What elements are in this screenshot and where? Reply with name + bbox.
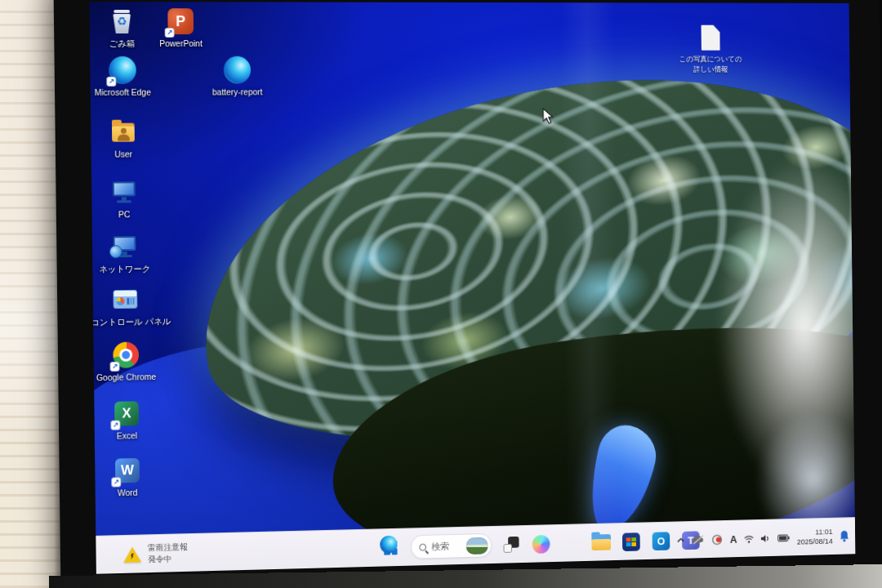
- outlook-button[interactable]: O: [650, 529, 672, 552]
- shortcut-arrow-icon: ↗: [106, 77, 116, 87]
- word-icon: W ↗: [113, 456, 142, 486]
- pc-monitor-icon: [109, 177, 139, 207]
- globe-icon: [109, 245, 122, 258]
- excel-icon: X ↗: [112, 399, 141, 429]
- shortcut-arrow-icon: ↗: [110, 362, 120, 372]
- photo-of-laptop-screen: ♻ ごみ箱 ↗ Microsoft Edge User: [0, 0, 882, 588]
- ime-indicator[interactable]: A: [730, 533, 737, 546]
- bing-daily-image: [466, 537, 488, 554]
- windows-desktop: ♻ ごみ箱 ↗ Microsoft Edge User: [89, 2, 855, 574]
- tray-date: 2025/08/14: [797, 537, 833, 547]
- desktop-icon-label: PC: [90, 209, 159, 220]
- user-folder-icon: [109, 118, 138, 147]
- taskbar-center-group: 検索: [380, 528, 702, 559]
- shortcut-arrow-icon: ↗: [111, 477, 121, 487]
- search-box[interactable]: 検索: [410, 533, 492, 559]
- desktop-icon-label: ネットワーク: [90, 264, 159, 275]
- edge-logo: [224, 56, 252, 84]
- search-icon: [419, 543, 426, 550]
- task-view-button[interactable]: [500, 533, 522, 556]
- desktop-icon-battery-report[interactable]: battery-report: [203, 56, 272, 97]
- desktop-icon-user-folder[interactable]: User: [89, 118, 158, 160]
- spotlight-label-line2: 詳しい情報: [662, 65, 760, 75]
- desktop-icon-label: PowerPoint: [146, 38, 216, 49]
- spotlight-label-line1: この写真についての: [661, 54, 760, 65]
- desktop-icon-google-chrome[interactable]: ↗ Google Chrome: [91, 340, 161, 383]
- desktop-icon-powerpoint[interactable]: P ↗ PowerPoint: [146, 7, 216, 48]
- taskbar-weather-widget[interactable]: 雷雨注意報 発令中: [117, 534, 194, 573]
- pie-chart-shape: [116, 297, 124, 305]
- outlook-icon: O: [653, 532, 670, 550]
- spotlight-page-icon: [701, 25, 720, 51]
- recycle-bin-icon: ♻: [107, 7, 136, 36]
- warning-triangle-icon: [123, 546, 141, 562]
- tray-overflow-chevron[interactable]: [677, 537, 685, 544]
- task-view-icon: [503, 537, 519, 553]
- onedrive-icon[interactable]: [692, 535, 705, 545]
- microsoft-store-icon: [622, 532, 640, 551]
- monitor-shape: [113, 181, 136, 196]
- copilot-icon: [532, 534, 550, 553]
- file-explorer-icon: [591, 534, 611, 550]
- recording-status-icon[interactable]: [711, 533, 723, 546]
- weather-alert-line1: 雷雨注意報: [148, 541, 188, 554]
- mouse-cursor: [542, 108, 555, 128]
- desktop-icon-word[interactable]: W ↗ Word: [92, 455, 163, 498]
- network-icon: [110, 232, 140, 261]
- shortcut-arrow-icon: ↗: [110, 421, 120, 430]
- desktop-icon-microsoft-edge[interactable]: ↗ Microsoft Edge: [89, 56, 157, 98]
- shortcut-arrow-icon: ↗: [165, 28, 175, 38]
- background-wall-blinds: [0, 0, 62, 588]
- control-panel-icon: [110, 285, 140, 314]
- copilot-button[interactable]: [530, 532, 552, 555]
- person-icon-body: [118, 135, 130, 141]
- recycle-bin-lid: [114, 10, 130, 13]
- edge-taskbar-button[interactable]: [560, 532, 582, 555]
- desktop-icon-label: Word: [93, 487, 163, 498]
- desktop-icon-label: Excel: [92, 430, 162, 442]
- desktop-icon-pc[interactable]: PC: [89, 177, 158, 220]
- desktop-icon-label: battery-report: [203, 87, 272, 97]
- desktop-icon-control-panel[interactable]: コントロール パネル: [91, 284, 161, 327]
- recycle-symbol: ♻: [107, 15, 136, 28]
- monitor-base: [117, 200, 131, 203]
- desktop-icon-label: User: [89, 149, 158, 159]
- edge-icon: [223, 56, 252, 85]
- microsoft-store-button[interactable]: [621, 530, 643, 553]
- chrome-center-dot: [122, 351, 130, 359]
- person-icon: [121, 128, 127, 134]
- powerpoint-icon: P ↗: [166, 7, 195, 36]
- volume-icon[interactable]: [761, 533, 771, 542]
- desktop-icon-label: Google Chrome: [91, 372, 161, 383]
- spotlight-info-widget[interactable]: この写真についての 詳しい情報: [661, 25, 760, 75]
- weather-alert-line2: 発令中: [148, 553, 188, 565]
- system-tray: A: [676, 518, 849, 559]
- file-explorer-button[interactable]: [590, 531, 612, 554]
- search-placeholder: 検索: [431, 540, 461, 553]
- chrome-icon: ↗: [111, 340, 140, 369]
- wifi-icon[interactable]: [744, 534, 755, 543]
- notification-bell-icon[interactable]: [840, 530, 849, 543]
- clock[interactable]: 11:01 2025/08/14: [797, 527, 833, 547]
- desktop-icon-excel[interactable]: X ↗ Excel: [91, 399, 162, 442]
- desktop-icon-label: Microsoft Edge: [89, 87, 157, 98]
- bars-shape: [127, 298, 134, 305]
- edge-icon: ↗: [108, 56, 137, 85]
- glass-light-streak: [559, 2, 620, 561]
- desktop-icon-label: コントロール パネル: [91, 316, 160, 327]
- desktop-icon-network[interactable]: ネットワーク: [90, 232, 160, 274]
- battery-icon[interactable]: [778, 534, 791, 541]
- lightning-bolt-icon: [131, 553, 134, 559]
- laptop-screen-bezel: ♻ ごみ箱 ↗ Microsoft Edge User: [53, 0, 882, 588]
